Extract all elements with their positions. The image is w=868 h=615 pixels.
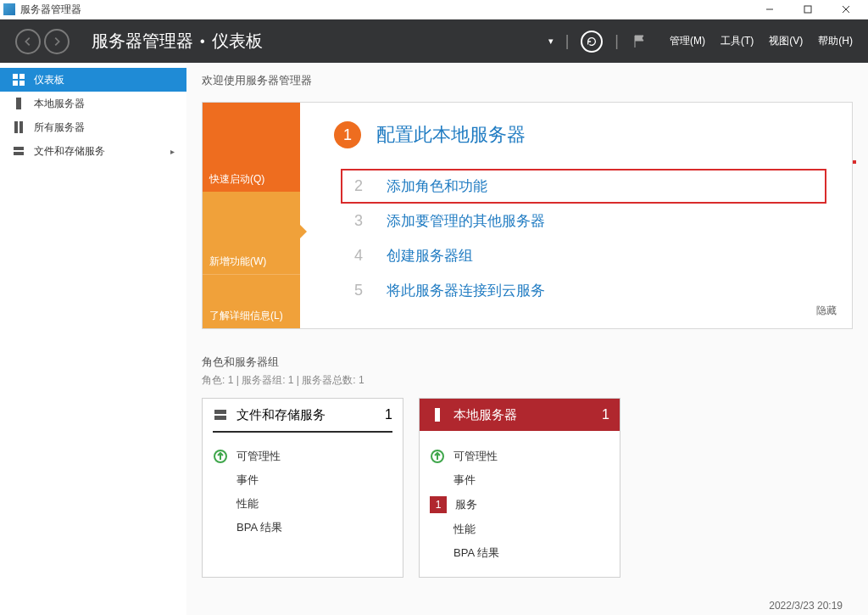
menu-help[interactable]: 帮助(H): [818, 34, 853, 48]
sidebar-item-dashboard[interactable]: 仪表板: [0, 68, 186, 92]
header-right: ▾ | | 管理(M) 工具(T) 视图(V) 帮助(H): [548, 31, 853, 53]
row-label: BPA 结果: [236, 520, 282, 535]
step-number: 2: [349, 177, 368, 195]
svg-rect-8: [16, 98, 21, 109]
card-file-storage: 文件和存储服务 1 可管理性 事件 性能 BPA 结果: [202, 398, 403, 578]
header-bar: 服务器管理器 • 仪表板 ▾ | | 管理(M) 工具(T) 视图(V) 帮助(…: [0, 20, 868, 63]
storage-icon: [12, 144, 25, 158]
step-badge-1: 1: [334, 121, 361, 148]
server-icon: [12, 97, 25, 110]
flag-icon[interactable]: [631, 33, 648, 50]
timestamp: 2022/3/23 20:19: [769, 600, 843, 612]
marker-dot: [853, 160, 856, 164]
server-icon: [430, 407, 445, 422]
step-connect-cloud[interactable]: 5 将此服务器连接到云服务: [341, 273, 826, 308]
card-row-manageability[interactable]: 可管理性: [213, 444, 392, 468]
arrow-up-circle-icon: [213, 449, 228, 464]
spacer: [213, 496, 228, 512]
card-header[interactable]: 文件和存储服务 1: [203, 399, 403, 431]
step-text: 创建服务器组: [387, 246, 473, 266]
refresh-button[interactable]: [581, 31, 603, 53]
welcome-pane: 快速启动(Q) 新增功能(W) 了解详细信息(L) 1 配置此本地服务器 2 添…: [202, 102, 853, 329]
sidebar-item-all[interactable]: 所有服务器: [0, 115, 186, 139]
menu-tools[interactable]: 工具(T): [721, 34, 754, 48]
svg-rect-6: [13, 81, 18, 86]
svg-rect-13: [214, 410, 226, 414]
card-row-perf[interactable]: 性能: [213, 492, 392, 516]
row-label: 性能: [453, 522, 476, 537]
card-row-bpa[interactable]: BPA 结果: [430, 541, 609, 565]
card-body: 可管理性 事件 1 服务 性能 BPA 结果: [420, 441, 620, 577]
card-row-events[interactable]: 事件: [430, 468, 609, 492]
step-text: 将此服务器连接到云服务: [387, 281, 545, 300]
maximize-button[interactable]: [788, 0, 826, 19]
titlebar: 服务器管理器: [0, 0, 868, 20]
tile-quickstart[interactable]: 快速启动(Q): [203, 103, 300, 192]
step-add-servers[interactable]: 3 添加要管理的其他服务器: [341, 204, 826, 238]
tile-label: 了解详细信息(L): [209, 309, 283, 323]
menu-manage[interactable]: 管理(M): [670, 34, 705, 48]
row-label: 性能: [236, 496, 259, 512]
close-button[interactable]: [826, 0, 865, 19]
breadcrumb-separator-icon: •: [200, 34, 205, 49]
row-label: 可管理性: [236, 449, 281, 464]
minimize-button[interactable]: [750, 0, 788, 19]
breadcrumb: 服务器管理器 • 仪表板: [92, 30, 548, 53]
sidebar-item-storage[interactable]: 文件和存储服务 ▸: [0, 139, 186, 163]
step-number: 3: [349, 212, 368, 230]
header-separator: |: [615, 32, 619, 50]
sidebar-item-local[interactable]: 本地服务器: [0, 92, 186, 115]
header-dropdown-icon[interactable]: ▾: [548, 36, 554, 47]
breadcrumb-page: 仪表板: [212, 30, 263, 53]
card-row-manageability[interactable]: 可管理性: [430, 444, 609, 468]
config-header: 1 配置此本地服务器: [334, 121, 826, 148]
sidebar-item-label: 仪表板: [34, 73, 64, 87]
tile-learnmore[interactable]: 了解详细信息(L): [203, 274, 300, 328]
step-list: 2 添加角色和功能 3 添加要管理的其他服务器 4 创建服务器组 5 将此服务器…: [341, 169, 826, 308]
config-title[interactable]: 配置此本地服务器: [376, 122, 526, 148]
card-row-services[interactable]: 1 服务: [430, 492, 609, 517]
back-button[interactable]: [15, 29, 41, 54]
header-separator: |: [565, 32, 570, 50]
card-title: 文件和存储服务: [236, 407, 326, 423]
card-divider: [213, 431, 392, 433]
row-label: 可管理性: [453, 449, 498, 464]
chevron-right-icon: ▸: [170, 147, 175, 156]
window-controls: [750, 0, 865, 19]
step-number: 4: [349, 247, 368, 265]
step-add-roles[interactable]: 2 添加角色和功能: [341, 169, 826, 204]
tile-whatsnew[interactable]: 新增功能(W): [203, 192, 300, 274]
card-row-bpa[interactable]: BPA 结果: [213, 516, 392, 540]
welcome-content: 1 配置此本地服务器 2 添加角色和功能 3 添加要管理的其他服务器 4: [300, 103, 852, 328]
card-row-events[interactable]: 事件: [213, 468, 392, 492]
hide-link[interactable]: 隐藏: [816, 304, 837, 318]
spacer: [430, 472, 445, 488]
spacer: [430, 522, 445, 537]
card-header[interactable]: 本地服务器 1: [420, 399, 620, 431]
svg-rect-7: [19, 81, 25, 86]
row-label: 事件: [236, 472, 259, 488]
row-label: 事件: [453, 472, 476, 488]
card-local-server: 本地服务器 1 可管理性 事件 1 服务 性能 BPA 结果: [419, 398, 620, 578]
row-label: BPA 结果: [453, 545, 499, 561]
svg-rect-9: [14, 121, 18, 133]
storage-icon: [213, 407, 228, 422]
roles-subtitle: 角色: 1 | 服务器组: 1 | 服务器总数: 1: [202, 373, 853, 388]
step-create-group[interactable]: 4 创建服务器组: [341, 238, 826, 273]
welcome-tiles: 快速启动(Q) 新增功能(W) 了解详细信息(L): [203, 103, 300, 328]
sidebar-item-label: 文件和存储服务: [34, 144, 105, 159]
svg-rect-5: [19, 74, 25, 79]
step-text: 添加角色和功能: [387, 176, 487, 196]
app-icon: [3, 3, 15, 15]
welcome-title: 欢迎使用服务器管理器: [202, 73, 853, 88]
card-row-perf[interactable]: 性能: [430, 517, 609, 541]
spacer: [213, 472, 228, 488]
sidebar: 仪表板 本地服务器 所有服务器 文件和存储服务 ▸: [0, 63, 186, 615]
card-divider: [430, 431, 609, 433]
main-content: 欢迎使用服务器管理器 快速启动(Q) 新增功能(W) 了解详细信息(L) 1 配…: [186, 63, 868, 615]
menu-view[interactable]: 视图(V): [769, 34, 803, 48]
card-body: 可管理性 事件 性能 BPA 结果: [203, 441, 403, 551]
svg-rect-14: [214, 416, 226, 420]
card-title: 本地服务器: [453, 407, 517, 423]
forward-button[interactable]: [44, 29, 70, 54]
